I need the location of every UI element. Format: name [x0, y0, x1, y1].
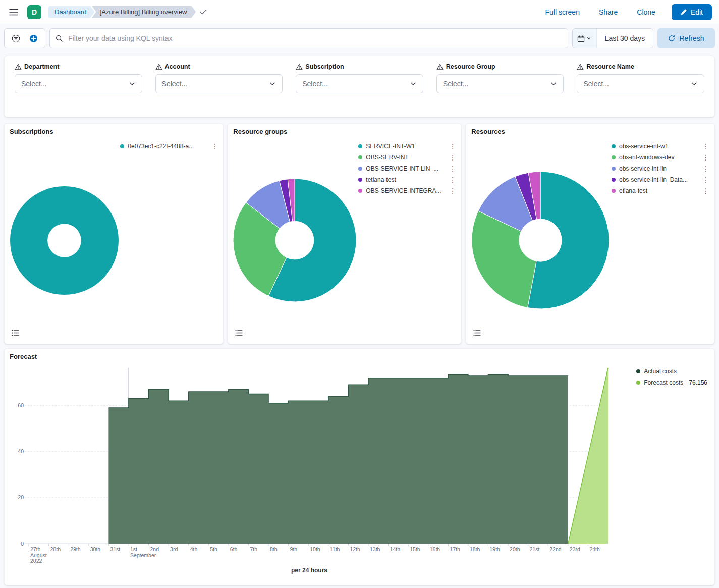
- subscriptions-donut-chart[interactable]: [10, 186, 119, 295]
- filter-circle-icon: [12, 34, 20, 43]
- legend-label: Actual costs: [644, 368, 707, 375]
- legend-options-icon[interactable]: ⋮: [211, 143, 217, 150]
- legend-item[interactable]: Actual costs: [636, 366, 707, 377]
- svg-text:0: 0: [21, 541, 24, 547]
- date-quick-select-button[interactable]: [573, 29, 597, 48]
- svg-text:19th: 19th: [489, 546, 500, 552]
- control-label-text: Resource Group: [446, 63, 495, 70]
- svg-text:60: 60: [18, 402, 24, 408]
- menu-button[interactable]: [7, 7, 20, 18]
- legend-options-icon[interactable]: ⋮: [449, 176, 455, 183]
- legend-color-dot: [636, 369, 640, 373]
- share-button[interactable]: Share: [596, 8, 621, 17]
- refresh-button[interactable]: Refresh: [657, 28, 715, 48]
- control-select-resource-name[interactable]: Select...: [577, 74, 704, 93]
- svg-text:20th: 20th: [510, 546, 520, 552]
- chart-legend: 0e073ec1-c22f-4488-a...⋮: [120, 141, 217, 152]
- legend-item[interactable]: obs-int-windows-dev⋮: [612, 152, 708, 163]
- chart-legend: obs-service-int-w1⋮obs-int-windows-dev⋮o…: [612, 141, 708, 196]
- legend-options-icon[interactable]: ⋮: [702, 165, 708, 172]
- panel-title: Resource groups: [233, 128, 287, 135]
- panel-resource-groups: Resource groups SERVICE-INT-W1⋮OBS-SERV-…: [228, 123, 462, 344]
- date-range-value[interactable]: Last 30 days: [597, 29, 653, 48]
- legend-options-icon[interactable]: ⋮: [702, 143, 708, 150]
- svg-text:9th: 9th: [290, 546, 298, 552]
- legend-label: obs-service-int-lin_Data...: [619, 176, 699, 183]
- select-placeholder: Select...: [302, 80, 328, 88]
- legend-item[interactable]: OBS-SERV-INT⋮: [358, 152, 455, 163]
- clone-button[interactable]: Clone: [634, 8, 658, 17]
- svg-text:40: 40: [18, 448, 24, 454]
- legend-item[interactable]: etiana-test⋮: [612, 185, 708, 196]
- svg-text:September: September: [130, 552, 156, 558]
- kql-input-wrap: [49, 28, 568, 48]
- control-select-account[interactable]: Select...: [155, 74, 283, 93]
- legend-options-icon[interactable]: ⋮: [449, 154, 455, 161]
- space-avatar[interactable]: D: [27, 5, 41, 19]
- legend-label: 0e073ec1-c22f-4488-a...: [128, 143, 207, 150]
- control-subscription: SubscriptionSelect...: [296, 63, 423, 93]
- control-label-text: Resource Name: [586, 63, 634, 70]
- svg-text:11th: 11th: [330, 546, 340, 552]
- resource-groups-donut-chart[interactable]: [233, 178, 357, 302]
- list-icon: [12, 330, 19, 336]
- legend-options-icon[interactable]: ⋮: [702, 154, 708, 161]
- warning-icon: [296, 64, 303, 70]
- legend-item[interactable]: SERVICE-INT-W1⋮: [358, 141, 455, 152]
- full-screen-button[interactable]: Full screen: [542, 8, 582, 17]
- legend-options-icon[interactable]: ⋮: [449, 165, 455, 172]
- legend-toggle-button[interactable]: [233, 328, 245, 340]
- legend-label: Forecast costs: [644, 379, 683, 386]
- filter-button-group: [4, 28, 45, 48]
- legend-color-dot: [612, 189, 616, 193]
- chevron-down-icon: [691, 80, 698, 87]
- legend-item[interactable]: 0e073ec1-c22f-4488-a...⋮: [120, 141, 217, 152]
- control-label-text: Department: [24, 63, 59, 70]
- breadcrumb-dashboard[interactable]: Dashboard: [48, 6, 95, 18]
- panel-subscriptions: Subscriptions 0e073ec1-c22f-4488-a...⋮: [4, 123, 224, 344]
- svg-text:21st: 21st: [530, 546, 540, 552]
- legend-options-icon[interactable]: ⋮: [449, 143, 455, 150]
- legend-label: OBS-SERV-INT: [366, 154, 446, 161]
- legend-item[interactable]: obs-service-int-w1⋮: [612, 141, 708, 152]
- legend-label: obs-service-int-lin: [619, 165, 699, 172]
- forecast-area-chart[interactable]: 020406027th28th29th30th31st1st2nd3rd4th5…: [7, 362, 612, 566]
- svg-text:1st: 1st: [130, 546, 137, 552]
- control-label: Account: [155, 63, 283, 70]
- legend-color-dot: [612, 167, 616, 171]
- legend-item[interactable]: obs-service-int-lin⋮: [612, 163, 708, 174]
- resources-donut-chart[interactable]: [471, 171, 610, 309]
- legend-item[interactable]: tetiana-test⋮: [358, 174, 455, 185]
- select-placeholder: Select...: [21, 80, 47, 88]
- saved-queries-button[interactable]: [10, 32, 22, 45]
- legend-item[interactable]: Forecast costs76.156: [636, 377, 707, 388]
- control-select-subscription[interactable]: Select...: [296, 74, 423, 93]
- panel-resources: Resources obs-service-int-w1⋮obs-int-win…: [466, 123, 715, 344]
- legend-options-icon[interactable]: ⋮: [702, 187, 708, 194]
- control-select-resource-group[interactable]: Select...: [436, 74, 564, 93]
- legend-toggle-button[interactable]: [10, 328, 21, 340]
- top-bar: D Dashboard [Azure Billing] Billing over…: [0, 0, 719, 24]
- legend-item[interactable]: obs-service-int-lin_Data...⋮: [612, 174, 708, 185]
- legend-label: tetiana-test: [366, 176, 446, 183]
- legend-label: SERVICE-INT-W1: [366, 143, 446, 150]
- legend-item[interactable]: OBS-SERVICE-INTEGRA...⋮: [358, 185, 455, 196]
- add-filter-button[interactable]: [27, 32, 40, 45]
- legend-color-dot: [358, 167, 362, 171]
- control-select-department[interactable]: Select...: [15, 74, 142, 93]
- legend-toggle-button[interactable]: [471, 328, 483, 340]
- legend-options-icon[interactable]: ⋮: [449, 187, 455, 194]
- legend-options-icon[interactable]: ⋮: [702, 176, 708, 183]
- charts-row: Subscriptions 0e073ec1-c22f-4488-a...⋮ R…: [4, 123, 715, 344]
- edit-button[interactable]: Edit: [672, 4, 712, 20]
- kql-search-input[interactable]: [49, 28, 568, 48]
- hamburger-icon: [9, 9, 18, 16]
- svg-text:14th: 14th: [390, 546, 401, 552]
- list-icon: [473, 330, 481, 336]
- legend-label: etiana-test: [619, 187, 699, 194]
- svg-text:12th: 12th: [350, 546, 360, 552]
- legend-item[interactable]: OBS-SERVICE-INT-LIN_...⋮: [358, 163, 455, 174]
- saved-state-button[interactable]: [200, 9, 207, 15]
- control-resource-group: Resource GroupSelect...: [436, 63, 564, 93]
- svg-text:10th: 10th: [310, 546, 320, 552]
